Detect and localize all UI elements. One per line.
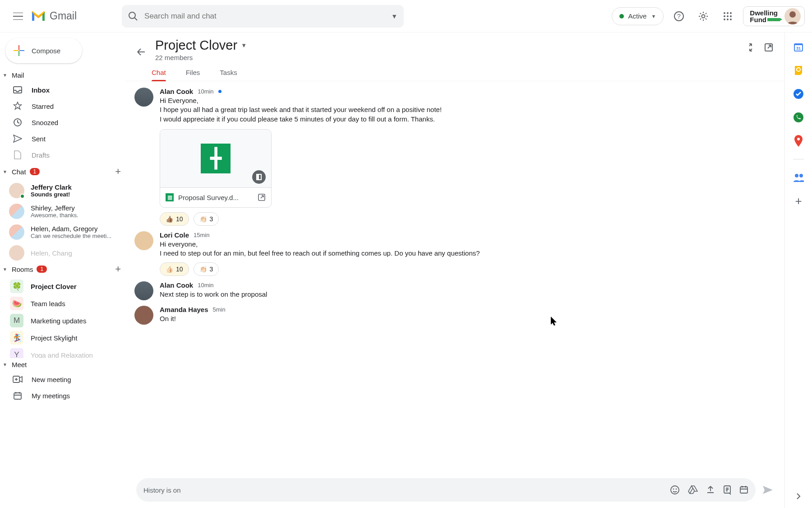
compose-label: Compose bbox=[32, 47, 60, 55]
svg-rect-24 bbox=[740, 487, 747, 493]
keep-app-icon[interactable] bbox=[793, 65, 804, 76]
drive-button[interactable] bbox=[688, 485, 698, 495]
rooms-badge: 1 bbox=[37, 266, 47, 273]
support-button[interactable]: ? bbox=[670, 7, 688, 25]
search-options-caret-icon[interactable]: ▼ bbox=[391, 13, 397, 20]
add-app-button[interactable]: + bbox=[793, 196, 804, 206]
account-chip[interactable]: Dwelling Fund bbox=[743, 6, 805, 26]
nav-snoozed[interactable]: Snoozed bbox=[0, 114, 125, 130]
room-item[interactable]: 🍀Project Clover bbox=[0, 278, 125, 295]
voice-app-icon[interactable] bbox=[793, 112, 804, 123]
chat-preview: Awesome, thanks. bbox=[31, 212, 121, 219]
online-dot-icon bbox=[20, 194, 25, 199]
message-text: Next step is to work on the proposal bbox=[160, 290, 267, 299]
room-item[interactable]: 🏂Project Skylight bbox=[0, 329, 125, 346]
chat-item[interactable]: Helen, Chang bbox=[0, 242, 125, 261]
chat-preview: Can we reschedule the meeti... bbox=[31, 233, 121, 239]
reaction-chip[interactable]: 👏🏻3 bbox=[194, 262, 219, 276]
search-input[interactable] bbox=[138, 12, 391, 21]
composer-placeholder: History is on bbox=[143, 486, 670, 494]
room-icon: 🏂 bbox=[10, 331, 23, 345]
nav-inbox[interactable]: Inbox bbox=[0, 82, 125, 98]
preview-button[interactable] bbox=[252, 170, 266, 184]
docs-button[interactable] bbox=[723, 485, 731, 495]
message-avatar bbox=[134, 306, 153, 325]
chat-badge: 1 bbox=[30, 168, 40, 175]
svg-text:31: 31 bbox=[796, 46, 801, 51]
avatar bbox=[9, 183, 24, 198]
new-chat-button[interactable]: + bbox=[115, 166, 121, 177]
upload-button[interactable] bbox=[706, 485, 715, 495]
room-icon: M bbox=[10, 314, 23, 327]
room-item[interactable]: 🍉Team leads bbox=[0, 295, 125, 312]
contacts-app-icon[interactable] bbox=[793, 172, 804, 183]
compose-button[interactable]: Compose bbox=[5, 38, 82, 63]
tab-files[interactable]: Files bbox=[186, 69, 200, 81]
apps-grid-button[interactable] bbox=[719, 7, 737, 25]
gmail-logo[interactable]: Gmail bbox=[31, 10, 77, 22]
chat-item[interactable]: Helen, Adam, GregoryCan we reschedule th… bbox=[0, 222, 125, 242]
emoji-button[interactable] bbox=[670, 485, 680, 495]
status-selector[interactable]: Active ▼ bbox=[612, 7, 664, 25]
chat-section-header[interactable]: ▼ Chat 1 + bbox=[0, 163, 125, 180]
tasks-app-icon[interactable] bbox=[793, 89, 804, 99]
message-composer[interactable]: History is on bbox=[136, 478, 756, 502]
back-button[interactable] bbox=[131, 42, 152, 62]
svg-point-12 bbox=[730, 19, 732, 20]
svg-point-32 bbox=[795, 174, 798, 177]
tab-chat[interactable]: Chat bbox=[152, 69, 166, 81]
open-external-button[interactable] bbox=[764, 42, 774, 52]
message-author: Alan Cook bbox=[160, 281, 193, 289]
reaction-chip[interactable]: 👍🏻10 bbox=[160, 262, 189, 276]
reaction-emoji: 👏🏻 bbox=[199, 215, 207, 223]
caret-down-icon: ▼ bbox=[241, 42, 247, 49]
meet-my-meetings[interactable]: My meetings bbox=[0, 387, 125, 404]
maps-app-icon[interactable] bbox=[793, 135, 804, 146]
collapse-button[interactable] bbox=[746, 42, 756, 52]
collapse-caret-icon: ▼ bbox=[3, 362, 7, 367]
message: Alan Cook10minHi Everyone,I hope you all… bbox=[134, 85, 772, 228]
svg-point-30 bbox=[794, 112, 803, 122]
calendar-app-icon[interactable]: 31 bbox=[793, 42, 804, 52]
tab-tasks[interactable]: Tasks bbox=[220, 69, 237, 81]
attachment-card[interactable]: ╋ ▦Proposal Survey.d... bbox=[160, 129, 272, 208]
calendar-button[interactable] bbox=[739, 485, 748, 495]
message-timestamp: 5min bbox=[213, 306, 226, 313]
avatar bbox=[9, 204, 24, 219]
nav-sent[interactable]: Sent bbox=[0, 130, 125, 147]
settings-button[interactable] bbox=[694, 7, 712, 25]
svg-point-13 bbox=[789, 11, 796, 18]
room-item[interactable]: YYoga and Relaxation bbox=[0, 346, 125, 358]
room-item[interactable]: MMarketing updates bbox=[0, 312, 125, 329]
reaction-count: 3 bbox=[210, 266, 213, 273]
new-room-button[interactable]: + bbox=[115, 263, 121, 275]
account-avatar[interactable] bbox=[784, 8, 801, 24]
reaction-count: 10 bbox=[176, 215, 183, 223]
svg-point-33 bbox=[799, 174, 803, 177]
unread-dot-icon bbox=[218, 90, 221, 93]
open-external-icon[interactable] bbox=[258, 193, 266, 201]
inbox-icon bbox=[13, 86, 23, 93]
chat-item[interactable]: Jeffery ClarkSounds great! bbox=[0, 180, 125, 201]
nav-starred[interactable]: Starred bbox=[0, 98, 125, 114]
avatar bbox=[9, 245, 24, 261]
chat-item[interactable]: Shirley, JefferyAwesome, thanks. bbox=[0, 201, 125, 222]
mail-section-header[interactable]: ▼ Mail bbox=[0, 69, 125, 82]
room-title[interactable]: Project Clover▼ bbox=[155, 38, 247, 53]
sheets-icon: ╋ bbox=[201, 144, 231, 173]
message-avatar bbox=[134, 231, 153, 250]
main-menu-button[interactable] bbox=[7, 5, 29, 27]
meet-new-meeting[interactable]: New meeting bbox=[0, 371, 125, 387]
svg-rect-17 bbox=[14, 393, 21, 399]
expand-panel-button[interactable] bbox=[795, 492, 802, 501]
rooms-section-header[interactable]: ▼ Rooms 1 + bbox=[0, 261, 125, 278]
reaction-chip[interactable]: 👍🏽10 bbox=[160, 212, 189, 226]
search-bar[interactable]: ▼ bbox=[122, 5, 404, 28]
nav-drafts[interactable]: Drafts bbox=[0, 147, 125, 163]
file-icon bbox=[13, 150, 23, 159]
message: Amanda Hayes5minOn it! bbox=[134, 303, 772, 327]
meet-section-header[interactable]: ▼ Meet bbox=[0, 358, 125, 371]
room-member-count: 22 members bbox=[155, 54, 247, 61]
send-button[interactable] bbox=[762, 485, 774, 495]
reaction-chip[interactable]: 👏🏻3 bbox=[194, 212, 219, 226]
